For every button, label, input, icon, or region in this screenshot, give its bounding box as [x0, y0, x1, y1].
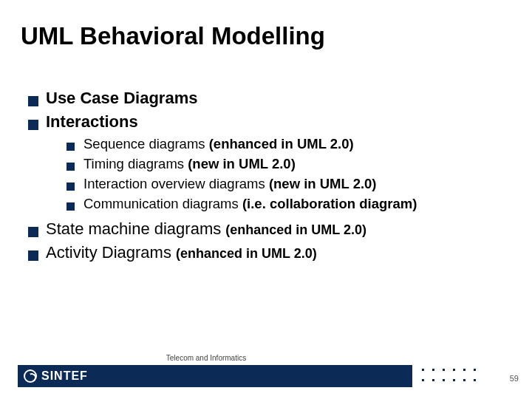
subbullet-text: Interaction overview diagrams (new in UM… — [83, 176, 377, 192]
square-bullet-icon — [66, 163, 75, 171]
subbullet-interaction-overview: Interaction overview diagrams (new in UM… — [66, 176, 510, 192]
slide: UML Behavioral Modelling Use Case Diagra… — [0, 0, 532, 399]
bullet-text: Use Case Diagrams — [46, 89, 197, 107]
bullet-text: State machine diagrams (enhanced in UML … — [46, 219, 366, 239]
bullet-text: Interactions — [46, 112, 138, 131]
bullet-activity: Activity Diagrams (enhanced in UML 2.0) — [28, 243, 510, 262]
square-bullet-icon — [28, 250, 38, 261]
slide-body: Use Case Diagrams Interactions Sequence … — [28, 89, 510, 267]
bullet-use-case: Use Case Diagrams — [28, 89, 510, 108]
interactions-sublist: Sequence diagrams (enhanced in UML 2.0) … — [66, 136, 510, 212]
square-bullet-icon — [28, 227, 38, 237]
subbullet-text: Sequence diagrams (enhanced in UML 2.0) — [83, 136, 354, 152]
brand-logo: SINTEF — [24, 369, 88, 383]
brand-name: SINTEF — [41, 369, 88, 383]
bullet-state-machine: State machine diagrams (enhanced in UML … — [28, 219, 510, 239]
square-bullet-icon — [66, 202, 75, 211]
square-bullet-icon — [66, 143, 75, 151]
subbullet-sequence: Sequence diagrams (enhanced in UML 2.0) — [66, 136, 510, 152]
subbullet-timing: Timing diagrams (new in UML 2.0) — [66, 156, 510, 172]
subbullet-communication: Communication diagrams (i.e. collaborati… — [66, 196, 510, 212]
logo-ring-icon — [24, 369, 37, 383]
bullet-text: Activity Diagrams (enhanced in UML 2.0) — [46, 243, 317, 262]
page-number: 59 — [510, 374, 519, 383]
square-bullet-icon — [28, 120, 38, 130]
square-bullet-icon — [66, 183, 75, 191]
footer-bar: SINTEF — [18, 365, 412, 387]
bullet-interactions: Interactions — [28, 112, 510, 132]
slide-title: UML Behavioral Modelling — [21, 22, 325, 50]
square-bullet-icon — [28, 96, 38, 106]
subbullet-text: Communication diagrams (i.e. collaborati… — [83, 196, 417, 212]
subbullet-text: Timing diagrams (new in UML 2.0) — [83, 156, 296, 172]
footer: Telecom and Informatics SINTEF 59 — [0, 359, 532, 387]
dot-grid-icon — [422, 369, 480, 386]
footer-caption: Telecom and Informatics — [0, 354, 412, 362]
